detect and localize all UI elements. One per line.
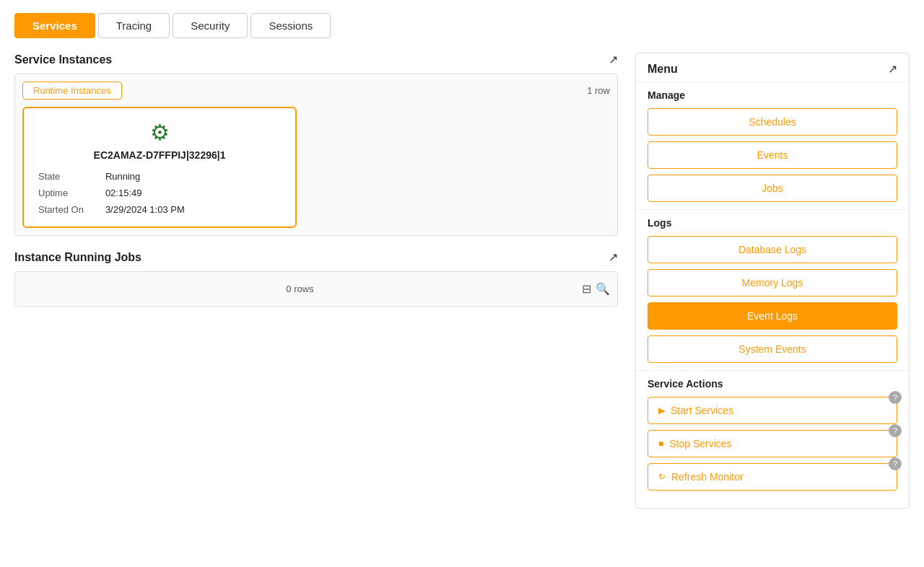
running-jobs-title: Instance Running Jobs bbox=[14, 251, 141, 264]
uptime-value: 02:15:49 bbox=[105, 188, 281, 198]
manage-section-title: Manage bbox=[648, 89, 897, 101]
service-instances-expand-icon[interactable]: ↗ bbox=[609, 53, 618, 66]
start-services-button[interactable]: ▶ Start Services bbox=[648, 397, 897, 424]
uptime-label: Uptime bbox=[38, 188, 84, 198]
refresh-monitor-button[interactable]: ↻ Refresh Monitor bbox=[648, 463, 897, 491]
memory-logs-button[interactable]: Memory Logs bbox=[648, 269, 897, 296]
menu-panel: Menu ↗ Manage Schedules Events Jobs Logs… bbox=[635, 53, 910, 509]
system-events-button[interactable]: System Events bbox=[648, 335, 897, 363]
runtime-instances-tag[interactable]: Runtime Instances bbox=[22, 82, 122, 100]
right-column: Menu ↗ Manage Schedules Events Jobs Logs… bbox=[635, 53, 910, 509]
database-logs-button[interactable]: Database Logs bbox=[648, 236, 897, 263]
logs-section-title: Logs bbox=[648, 217, 897, 229]
state-value: Running bbox=[105, 171, 281, 182]
menu-header: Menu ↗ bbox=[636, 53, 909, 82]
instance-details: State Running Uptime 02:15:49 Started On… bbox=[38, 171, 281, 215]
state-label: State bbox=[38, 171, 84, 182]
start-services-label: Start Services bbox=[671, 405, 733, 416]
instance-card-header: ⚙ EC2AMAZ-D7FFPIJ|32296|1 bbox=[38, 120, 281, 161]
refresh-monitor-label: Refresh Monitor bbox=[671, 471, 744, 483]
service-instances-title: Service Instances bbox=[14, 53, 112, 66]
started-label: Started On bbox=[38, 204, 84, 215]
instances-row-count: 1 row bbox=[587, 85, 610, 96]
jobs-toolbar-row: 0 rows ⊟ 🔍 bbox=[22, 279, 610, 299]
refresh-monitor-help-badge[interactable]: ? bbox=[889, 457, 902, 470]
tab-sessions[interactable]: Sessions bbox=[250, 13, 331, 38]
menu-expand-icon[interactable]: ↗ bbox=[888, 62, 897, 76]
top-nav: Services Tracing Security Sessions bbox=[0, 0, 924, 45]
jobs-button[interactable]: Jobs bbox=[648, 175, 897, 202]
gear-icon: ⚙ bbox=[150, 120, 170, 145]
jobs-row-count: 0 rows bbox=[286, 284, 313, 294]
running-jobs-expand-icon[interactable]: ↗ bbox=[609, 250, 618, 264]
event-logs-button[interactable]: Event Logs bbox=[648, 302, 897, 330]
events-button[interactable]: Events bbox=[648, 141, 897, 169]
search-icon[interactable]: 🔍 bbox=[596, 282, 610, 296]
instances-panel: Runtime Instances 1 row ⚙ EC2AMAZ-D7FFPI… bbox=[14, 74, 618, 236]
manage-section: Manage Schedules Events Jobs bbox=[636, 82, 909, 210]
instance-card: ⚙ EC2AMAZ-D7FFPIJ|32296|1 State Running … bbox=[22, 107, 297, 228]
schedules-button[interactable]: Schedules bbox=[648, 108, 897, 136]
logs-section: Logs Database Logs Memory Logs Event Log… bbox=[636, 210, 909, 371]
running-jobs-header: Instance Running Jobs ↗ bbox=[14, 250, 618, 264]
start-services-wrap: ▶ Start Services ? bbox=[648, 397, 897, 424]
filter-icon[interactable]: ⊟ bbox=[582, 282, 591, 296]
stop-services-button[interactable]: ■ Stop Services bbox=[648, 430, 897, 457]
started-value: 3/29/2024 1:03 PM bbox=[105, 204, 281, 215]
left-column: Service Instances ↗ Runtime Instances 1 … bbox=[14, 53, 618, 509]
stop-services-label: Stop Services bbox=[669, 438, 731, 449]
stop-icon: ■ bbox=[658, 439, 663, 449]
tab-tracing[interactable]: Tracing bbox=[98, 13, 170, 38]
jobs-panel: 0 rows ⊟ 🔍 bbox=[14, 271, 618, 307]
start-services-help-badge[interactable]: ? bbox=[889, 391, 902, 404]
refresh-icon: ↻ bbox=[658, 472, 666, 482]
service-actions-section: Service Actions ▶ Start Services ? ■ Sto… bbox=[636, 371, 909, 508]
service-actions-title: Service Actions bbox=[648, 378, 897, 390]
instance-name: EC2AMAZ-D7FFPIJ|32296|1 bbox=[94, 149, 226, 161]
stop-services-help-badge[interactable]: ? bbox=[889, 424, 902, 437]
tab-security[interactable]: Security bbox=[173, 13, 248, 38]
refresh-monitor-wrap: ↻ Refresh Monitor ? bbox=[648, 463, 897, 491]
menu-title: Menu bbox=[648, 63, 678, 76]
main-layout: Service Instances ↗ Runtime Instances 1 … bbox=[0, 45, 924, 523]
instances-top-row: Runtime Instances 1 row bbox=[22, 82, 610, 100]
tab-services[interactable]: Services bbox=[14, 13, 95, 38]
play-icon: ▶ bbox=[658, 405, 665, 416]
service-instances-header: Service Instances ↗ bbox=[14, 53, 618, 66]
stop-services-wrap: ■ Stop Services ? bbox=[648, 430, 897, 457]
